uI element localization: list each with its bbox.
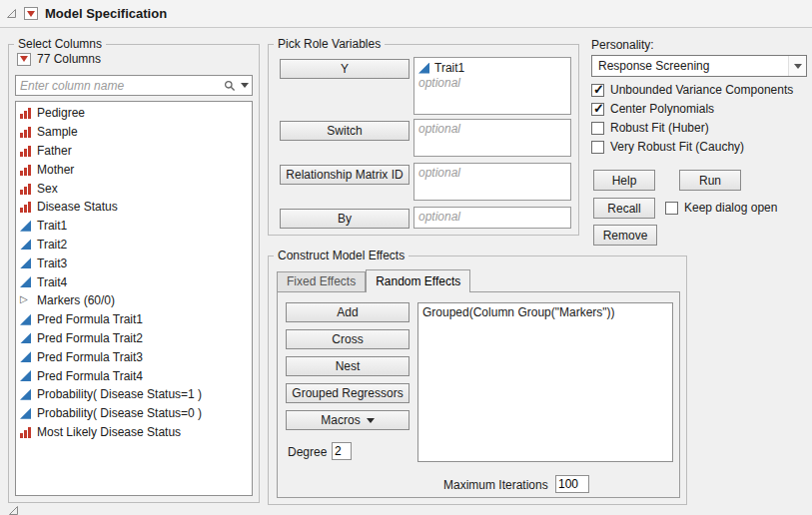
model-effects-list[interactable]: Grouped(Column Group("Markers")) (417, 302, 673, 462)
switch-role-button[interactable]: Switch (280, 121, 409, 141)
window-title-bar: Model Specification (0, 0, 812, 28)
remove-button[interactable]: Remove (593, 225, 657, 246)
nominal-column-icon (20, 426, 31, 438)
y-role-button[interactable]: Y (280, 59, 409, 79)
add-button[interactable]: Add (286, 302, 409, 322)
checkbox-keep-dialog-open[interactable]: Keep dialog open (665, 201, 777, 215)
grouped-regressors-button[interactable]: Grouped Regressors (286, 383, 409, 403)
column-label: Markers (60/0) (37, 293, 115, 307)
continuous-column-icon (20, 276, 31, 287)
construct-model-effects-panel: Construct Model Effects Fixed Effects Ra… (268, 256, 687, 505)
tab-fixed-effects[interactable]: Fixed Effects (277, 271, 366, 291)
column-label: Trait2 (37, 238, 67, 252)
list-item[interactable]: Mother (16, 160, 252, 179)
by-role-button-label: By (338, 212, 352, 226)
combo-arrow-zone[interactable] (788, 56, 806, 76)
tab-random-effects[interactable]: Random Effects (366, 269, 470, 292)
red-triangle-menu-icon[interactable] (24, 7, 38, 20)
by-role-button[interactable]: By (280, 209, 409, 229)
list-item[interactable]: Pred Formula Trait1 (16, 310, 252, 329)
remove-button-label: Remove (603, 229, 648, 243)
optional-hint: optional (418, 76, 566, 90)
personality-select[interactable]: Response Screening (591, 55, 807, 77)
list-item[interactable]: Markers (60/0) (16, 291, 252, 310)
checkbox-robust-fit-huber[interactable]: Robust Fit (Huber) (591, 121, 709, 135)
nominal-column-icon (20, 145, 31, 157)
column-search-input[interactable] (16, 77, 224, 95)
column-label: Disease Status (37, 200, 118, 214)
nominal-column-icon (20, 164, 31, 176)
checkbox-icon[interactable] (591, 122, 604, 135)
column-label: Pred Formula Trait1 (37, 312, 143, 326)
columns-count-row: 77 Columns (17, 52, 101, 66)
y-role-box[interactable]: Trait1 optional (413, 57, 571, 115)
list-item[interactable]: Probability( Disease Status=1 ) (16, 385, 252, 404)
checkbox-icon[interactable] (591, 84, 604, 97)
run-button[interactable]: Run (679, 170, 741, 191)
list-item[interactable]: Sample (16, 123, 252, 142)
continuous-column-icon (20, 370, 31, 381)
column-label: Sample (37, 125, 78, 139)
checkbox-label: Keep dialog open (684, 201, 777, 215)
next-outline-disclosure-icon[interactable] (8, 505, 19, 515)
y-role-button-label: Y (341, 62, 349, 76)
column-label: Probability( Disease Status=0 ) (37, 406, 202, 420)
relationship-matrix-id-role-button[interactable]: Relationship Matrix ID (280, 165, 409, 185)
nominal-column-icon (20, 183, 31, 195)
model-specification-window: Model Specification Select Columns 77 Co… (0, 0, 812, 515)
continuous-column-icon (20, 258, 31, 268)
effect-item[interactable]: Grouped(Column Group("Markers")) (422, 305, 668, 319)
checkbox-icon[interactable] (591, 103, 604, 116)
expand-group-icon[interactable] (20, 294, 31, 306)
list-item[interactable]: Sex (16, 179, 252, 198)
list-item[interactable]: Pred Formula Trait4 (16, 366, 252, 385)
list-item[interactable]: Trait1 (16, 217, 252, 236)
pick-role-variables-title: Pick Role Variables (274, 37, 385, 51)
checkbox-icon[interactable] (665, 202, 678, 215)
continuous-column-icon (20, 408, 31, 419)
nominal-column-icon (20, 107, 31, 119)
search-filter-dropdown-icon[interactable] (241, 83, 249, 88)
list-item[interactable]: Probability( Disease Status=0 ) (16, 404, 252, 423)
random-effects-tab-panel: Add Cross Nest Grouped Regressors Macros… (277, 291, 680, 498)
list-item[interactable]: Pedigree (16, 104, 252, 123)
y-role-value[interactable]: Trait1 (418, 60, 566, 76)
checkbox-icon[interactable] (591, 141, 604, 154)
degree-input[interactable] (332, 442, 352, 460)
optional-hint: optional (418, 122, 566, 136)
recall-button[interactable]: Recall (593, 198, 655, 219)
column-label: Sex (37, 182, 58, 196)
relationship-matrix-id-button-label: Relationship Matrix ID (286, 168, 403, 182)
list-item[interactable]: Trait4 (16, 272, 252, 291)
column-label: Pred Formula Trait2 (37, 331, 143, 345)
list-item[interactable]: Trait2 (16, 236, 252, 255)
grouped-regressors-button-label: Grouped Regressors (292, 386, 403, 400)
nest-button-label: Nest (336, 359, 361, 373)
relationship-matrix-id-role-box[interactable]: optional (413, 163, 571, 201)
list-item[interactable]: Pred Formula Trait3 (16, 347, 252, 366)
by-role-box[interactable]: optional (413, 207, 571, 229)
outline-disclosure-icon[interactable] (6, 8, 17, 19)
maximum-iterations-label: Maximum Iterations (443, 478, 548, 492)
list-item[interactable]: Pred Formula Trait2 (16, 329, 252, 348)
macros-button[interactable]: Macros (286, 410, 409, 430)
search-icon[interactable] (224, 80, 236, 92)
checkbox-very-robust-fit-cauchy[interactable]: Very Robust Fit (Cauchy) (591, 140, 744, 154)
cross-button[interactable]: Cross (286, 329, 409, 349)
checkbox-center-polynomials[interactable]: Center Polynomials (591, 102, 714, 116)
nest-button[interactable]: Nest (286, 356, 409, 376)
help-button[interactable]: Help (593, 170, 655, 191)
list-item[interactable]: Most Likely Disease Status (16, 423, 252, 442)
checkbox-unbounded-variance[interactable]: Unbounded Variance Components (591, 83, 793, 97)
switch-role-box[interactable]: optional (413, 119, 571, 157)
columns-count-label: 77 Columns (37, 52, 101, 66)
macros-button-label: Macros (321, 413, 360, 427)
add-button-label: Add (337, 305, 358, 319)
columns-red-triangle-menu-icon[interactable] (17, 53, 31, 66)
column-search-box (15, 75, 253, 96)
list-item[interactable]: Trait3 (16, 254, 252, 272)
list-item[interactable]: Father (16, 142, 252, 161)
maximum-iterations-input[interactable] (555, 475, 589, 493)
list-item[interactable]: Disease Status (16, 198, 252, 217)
nominal-column-icon (20, 201, 31, 213)
